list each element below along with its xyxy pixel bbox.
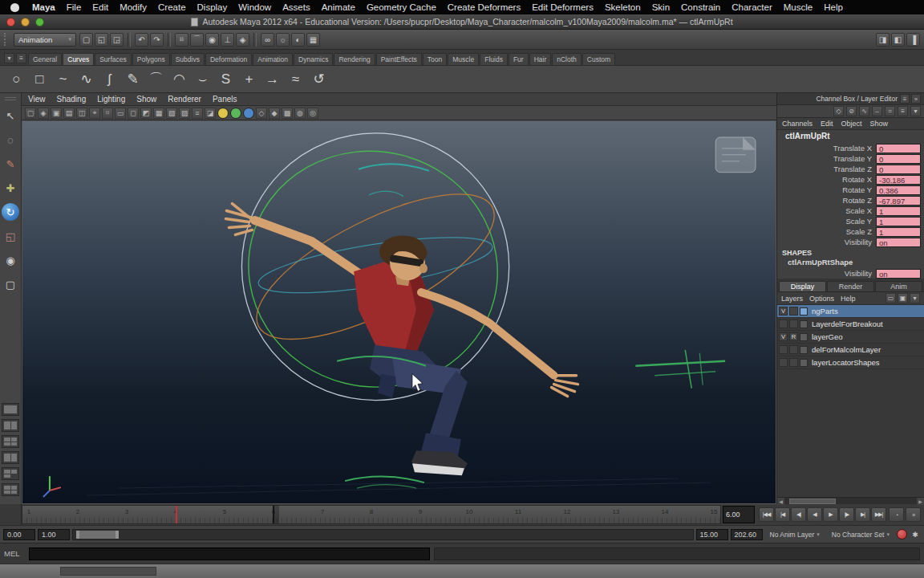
paint-select-tool-button[interactable]: ✎ [2, 155, 19, 173]
animation-end-field[interactable]: 202.60 [731, 529, 763, 540]
toolbox-grip[interactable] [5, 97, 16, 100]
ep-curve-tool[interactable]: ∿ [76, 69, 96, 89]
channel-value[interactable]: -67.897 [876, 196, 921, 206]
channel-name[interactable]: Rotate X [777, 175, 876, 184]
layer-visibility-toggle[interactable]: V [779, 307, 788, 315]
menubar-item-assets[interactable]: Assets [277, 2, 316, 12]
four-pane-layout-button[interactable] [2, 435, 19, 448]
layer-editor-tab-anim[interactable]: Anim [875, 281, 922, 291]
nurbs-square-tool[interactable]: □ [30, 69, 50, 89]
channel-box-menu-show[interactable]: Show [870, 120, 889, 128]
cv-curve-tool[interactable]: ~ [53, 69, 73, 89]
rebuild-curve-tool[interactable]: ≈ [286, 69, 306, 89]
hud-icon[interactable]: ≡ [192, 108, 203, 119]
step-back-frame-button[interactable]: |◀ [775, 507, 790, 522]
lighting-all-icon[interactable] [217, 108, 229, 119]
current-time-field[interactable]: 6.00 [723, 506, 755, 523]
wireframe-icon[interactable]: ◇ [256, 108, 267, 119]
perspective-viewport[interactable] [22, 120, 776, 504]
layer-row[interactable]: VRlayerGeo [777, 331, 924, 344]
viewport-menu-renderer[interactable]: Renderer [168, 95, 201, 104]
shelf-tab-toon[interactable]: Toon [423, 53, 447, 65]
three-point-arc-tool[interactable]: ◠ [169, 69, 189, 89]
auto-keyframe-toggle[interactable] [897, 529, 907, 539]
layer-color-swatch[interactable] [800, 359, 808, 367]
shelf-tab-fluids[interactable]: Fluids [480, 53, 508, 65]
detach-curves-tool[interactable]: S [216, 69, 236, 89]
menubar-item-create[interactable]: Create [152, 2, 192, 12]
channel-box-menu-object[interactable]: Object [841, 120, 862, 128]
new-scene-icon[interactable]: ▢ [79, 33, 93, 47]
two-pane-side-layout-button[interactable] [2, 419, 19, 432]
snap-curve-icon[interactable]: ⌒ [190, 33, 204, 47]
layer-visibility-toggle[interactable] [779, 345, 788, 354]
menubar-item-display[interactable]: Display [192, 2, 233, 12]
render-icon[interactable]: ☼ [276, 33, 290, 47]
menubar-item-constrain[interactable]: Constrain [675, 2, 726, 12]
channel-value[interactable]: 0 [876, 154, 921, 164]
channel-hyperbolic-icon[interactable]: ∿ [859, 106, 869, 116]
step-forward-frame-button[interactable]: ▶| [855, 507, 870, 522]
reverse-curve-tool[interactable]: ↺ [309, 69, 329, 89]
playback-options-button[interactable]: ◔ [889, 507, 904, 522]
layer-color-swatch[interactable] [800, 346, 808, 354]
channel-fast-speed-icon[interactable]: ≡ [898, 106, 908, 116]
layer-color-swatch[interactable] [800, 307, 808, 315]
layer-display-type-toggle[interactable] [789, 320, 798, 328]
shelf-tab-animation[interactable]: Animation [253, 53, 293, 65]
make-live-icon[interactable]: ◈ [236, 33, 249, 47]
layer-color-swatch[interactable] [800, 333, 808, 341]
viewport-menu-panels[interactable]: Panels [213, 95, 237, 104]
layer-visibility-toggle[interactable] [779, 358, 788, 367]
panel-menu-icon[interactable]: ≡ [900, 94, 910, 104]
layer-sort-icon[interactable]: ▾ [910, 293, 920, 303]
layer-color-swatch[interactable] [800, 320, 808, 328]
close-window-button[interactable] [6, 18, 15, 26]
select-tool-button[interactable]: ↖ [2, 107, 19, 124]
snap-plane-icon[interactable]: ⊥ [221, 33, 234, 47]
layer-display-type-toggle[interactable] [789, 307, 798, 315]
menubar-item-edit-deformers[interactable]: Edit Deformers [526, 2, 599, 12]
shadows-icon[interactable] [230, 108, 241, 119]
new-empty-layer-button[interactable]: ▭ [886, 293, 896, 303]
shelf-tab-custom[interactable]: Custom [582, 53, 615, 65]
channel-name[interactable]: Rotate Z [777, 196, 876, 205]
anim-menu-button[interactable]: ≡ [906, 507, 921, 522]
object-details-icon[interactable]: ◪ [205, 108, 216, 119]
ambient-occlusion-icon[interactable] [243, 108, 254, 119]
layer-editor-tab-render[interactable]: Render [827, 281, 874, 291]
menubar-item-muscle[interactable]: Muscle [778, 2, 818, 12]
collapse-panel-icon[interactable]: » [911, 94, 921, 104]
channel-box-menu-channels[interactable]: Channels [782, 120, 813, 128]
shelf-tab-muscle[interactable]: Muscle [448, 53, 479, 65]
persp-outliner-layout-button[interactable] [2, 451, 19, 464]
layer-visibility-toggle[interactable]: V [779, 332, 788, 341]
layer-display-type-toggle[interactable]: R [789, 332, 798, 341]
channel-name[interactable]: Translate Z [777, 165, 876, 173]
menubar-item-character[interactable]: Character [726, 2, 778, 12]
redo-icon[interactable]: ↷ [150, 33, 164, 47]
insert-knot-tool[interactable]: + [239, 69, 259, 89]
last-tool-button[interactable]: ▢ [2, 275, 19, 293]
pencil-curve-tool[interactable]: ✎ [123, 69, 143, 89]
layer-editor-tab-display[interactable]: Display [779, 281, 826, 291]
menu-set-dropdown[interactable]: Animation▾ [14, 33, 76, 47]
textured-icon[interactable]: ▩ [282, 108, 293, 119]
playback-end-field[interactable]: 15.00 [696, 529, 728, 540]
layer-row[interactable]: layerLocatorShapes [777, 356, 924, 369]
layer-display-type-toggle[interactable] [789, 345, 798, 354]
bezier-curve-tool[interactable]: ʃ [99, 69, 120, 89]
single-pane-layout-button[interactable] [2, 403, 19, 416]
shelf-tab-fur[interactable]: Fur [509, 53, 529, 65]
go-to-end-button[interactable]: ▶▶| [871, 507, 886, 522]
field-chart-icon[interactable]: ▦ [153, 108, 164, 119]
channel-value[interactable]: 1 [876, 217, 921, 226]
channel-value[interactable]: 1 [876, 206, 921, 216]
scale-tool-button[interactable]: ◱ [2, 227, 19, 245]
character-set-button[interactable]: No Character Set▾ [827, 531, 894, 539]
menubar-item-modify[interactable]: Modify [114, 2, 152, 12]
channel-box-menu-edit[interactable]: Edit [821, 120, 833, 128]
playback-start-field[interactable]: 1.00 [38, 529, 70, 540]
hypergraph-persp-layout-button[interactable] [2, 483, 19, 496]
shelf-tab-painteffects[interactable]: PaintEffects [376, 53, 422, 65]
